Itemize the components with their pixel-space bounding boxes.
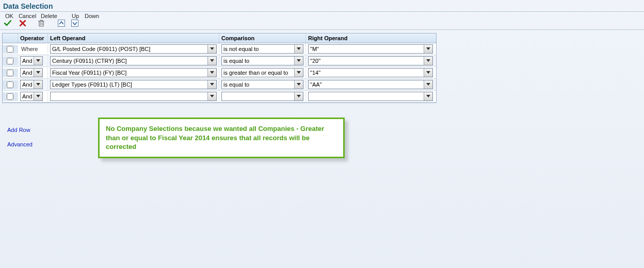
- page-title: Data Selection: [0, 0, 644, 11]
- chevron-down-icon[interactable]: [34, 92, 42, 100]
- chevron-down-icon[interactable]: [294, 45, 303, 53]
- trash-icon: [38, 20, 44, 27]
- row-checkbox[interactable]: [7, 81, 13, 88]
- chevron-down-icon[interactable]: [34, 57, 42, 65]
- delete-label: Delete: [38, 13, 60, 19]
- chevron-down-icon[interactable]: [424, 92, 432, 100]
- down-icon: [71, 20, 78, 27]
- svg-rect-0: [39, 21, 43, 26]
- chevron-down-icon[interactable]: [294, 57, 303, 65]
- grid-header: Operator Left Operand Comparison Right O…: [3, 34, 436, 43]
- criteria-row: AndCentury (F0911) (CTRY) [BC]is equal t…: [3, 55, 436, 67]
- criteria-row: AndFiscal Year (F0911) (FY) [BC]is great…: [3, 67, 436, 79]
- svg-rect-2: [72, 20, 78, 27]
- row-checkbox[interactable]: [7, 93, 13, 100]
- operator-select[interactable]: And: [20, 68, 43, 77]
- comparison-select[interactable]: is not equal to: [221, 44, 303, 54]
- comparison-select[interactable]: [221, 92, 303, 101]
- comparison-select[interactable]: is equal to: [221, 56, 303, 65]
- row-checkbox[interactable]: [7, 70, 13, 76]
- chevron-down-icon[interactable]: [424, 45, 432, 53]
- advanced-link[interactable]: Advanced: [7, 141, 33, 147]
- down-label: Down: [83, 13, 101, 19]
- delete-button[interactable]: [32, 19, 51, 27]
- right-operand-select[interactable]: "20": [308, 56, 433, 65]
- chevron-down-icon[interactable]: [424, 80, 432, 89]
- left-operand-select[interactable]: Ledger Types (F0911) (LT) [BC]: [50, 80, 217, 89]
- cancel-button[interactable]: [13, 19, 32, 27]
- up-button[interactable]: [56, 19, 67, 27]
- operator-select[interactable]: And: [20, 56, 43, 65]
- criteria-row: WhereG/L Posted Code (F0911) (POST) [BC]…: [3, 43, 436, 55]
- toolbar-icons: [0, 19, 644, 29]
- divider: [0, 11, 644, 12]
- chevron-down-icon[interactable]: [207, 80, 216, 89]
- right-operand-select[interactable]: "M": [308, 44, 433, 54]
- chevron-down-icon[interactable]: [294, 69, 303, 77]
- ok-label: OK: [2, 13, 17, 19]
- criteria-row: And: [3, 91, 436, 103]
- operator-select[interactable]: And: [20, 80, 43, 89]
- divider: [0, 29, 644, 30]
- header-left-operand: Left Operand: [48, 34, 219, 43]
- chevron-down-icon[interactable]: [207, 57, 216, 65]
- svg-rect-1: [58, 20, 65, 27]
- left-operand-select[interactable]: Century (F0911) (CTRY) [BC]: [50, 56, 217, 65]
- left-operand-select[interactable]: Fiscal Year (F0911) (FY) [BC]: [50, 68, 217, 77]
- right-operand-select[interactable]: "AA": [308, 80, 433, 89]
- header-right-operand: Right Operand: [306, 34, 435, 43]
- operator-select[interactable]: And: [20, 92, 43, 101]
- ok-button[interactable]: [2, 19, 13, 27]
- right-operand-select[interactable]: [308, 92, 433, 101]
- row-checkbox[interactable]: [7, 58, 13, 64]
- down-button[interactable]: [67, 19, 83, 27]
- chevron-down-icon[interactable]: [207, 92, 216, 100]
- chevron-down-icon[interactable]: [34, 69, 42, 77]
- header-operator: Operator: [18, 34, 48, 43]
- toolbar-labels: OK Cancel Delete Up Down: [0, 13, 644, 19]
- criteria-grid: Operator Left Operand Comparison Right O…: [2, 33, 437, 103]
- chevron-down-icon[interactable]: [294, 92, 303, 100]
- chevron-down-icon[interactable]: [424, 69, 432, 77]
- cancel-label: Cancel: [17, 13, 38, 19]
- check-icon: [4, 20, 11, 26]
- grid-links: Add Row Advanced: [7, 127, 33, 156]
- add-row-link[interactable]: Add Row: [7, 127, 33, 133]
- annotation-callout: No Company Selections because we wanted …: [98, 118, 345, 158]
- right-operand-select[interactable]: "14": [308, 68, 433, 77]
- comparison-select[interactable]: is greater than or equal to: [221, 68, 303, 77]
- chevron-down-icon[interactable]: [207, 45, 216, 53]
- left-operand-select[interactable]: [50, 92, 217, 101]
- x-icon: [20, 20, 26, 26]
- comparison-select[interactable]: is equal to: [221, 80, 303, 89]
- up-icon: [58, 20, 65, 27]
- criteria-row: AndLedger Types (F0911) (LT) [BC]is equa…: [3, 79, 436, 91]
- chevron-down-icon[interactable]: [207, 69, 216, 77]
- chevron-down-icon[interactable]: [34, 80, 42, 89]
- header-comparison: Comparison: [219, 34, 306, 43]
- chevron-down-icon[interactable]: [424, 57, 432, 65]
- row-checkbox[interactable]: [7, 46, 13, 53]
- left-operand-select[interactable]: G/L Posted Code (F0911) (POST) [BC]: [50, 44, 217, 54]
- chevron-down-icon[interactable]: [294, 80, 303, 89]
- up-label: Up: [68, 13, 83, 19]
- operator-text: Where: [20, 46, 38, 52]
